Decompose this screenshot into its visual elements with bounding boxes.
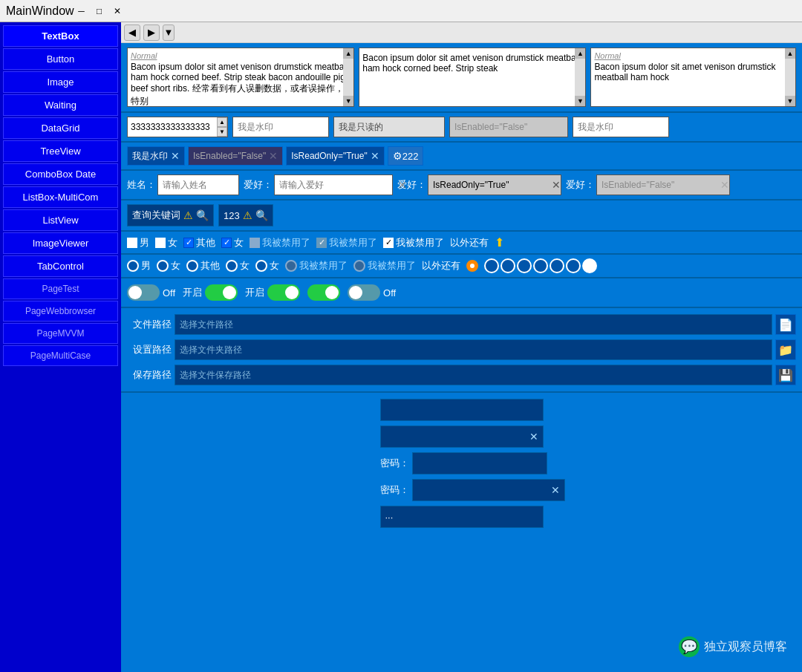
file-btn-2[interactable]: 📁 — [775, 339, 796, 360]
radio-circle-6[interactable] — [566, 258, 581, 273]
scroll-down-arrow-2[interactable]: ▼ — [575, 96, 585, 106]
minimize-button[interactable]: ─ — [74, 4, 89, 19]
pwd-clear-btn-2[interactable]: ✕ — [547, 484, 564, 496]
file-input-3[interactable]: 选择文件保存路径 — [175, 365, 772, 385]
sidebar-item-image[interactable]: Image — [3, 71, 118, 93]
toggle-2-track[interactable] — [205, 284, 238, 301]
sidebar-item-treeview[interactable]: TreeView — [3, 140, 118, 162]
spin-up[interactable]: ▲ — [217, 117, 227, 127]
radio-female3-btn[interactable] — [255, 260, 267, 272]
pwd-plain-field[interactable] — [381, 405, 543, 416]
cb-male[interactable]: 男 — [127, 236, 149, 249]
search-box-2[interactable]: 123 ⚠ 🔍 — [218, 204, 273, 226]
scroll-up-arrow-2[interactable]: ▲ — [575, 48, 585, 59]
radio-filled-btn[interactable] — [466, 260, 478, 272]
cb-female[interactable]: 女 — [155, 236, 177, 249]
sidebar-item-datagrid[interactable]: DataGrid — [3, 117, 118, 139]
textbox-1[interactable]: Normal Bacon ipsum dolor sit amet veniso… — [127, 48, 354, 107]
pwd-plain-input[interactable] — [380, 399, 544, 421]
radio-female[interactable]: 女 — [157, 259, 180, 273]
file-input-1[interactable]: 选择文件路径 — [175, 314, 772, 335]
scroll-down-arrow-3[interactable]: ▼ — [785, 96, 795, 106]
spin-down[interactable]: ▼ — [217, 127, 227, 137]
radio-circle-1[interactable] — [484, 258, 499, 273]
radio-circle-4[interactable] — [533, 258, 548, 273]
radio-circle-2[interactable] — [501, 258, 515, 273]
radio-circle-5[interactable] — [550, 258, 564, 273]
sidebar-item-textbox[interactable]: TextBox — [3, 25, 118, 47]
toggle-4[interactable] — [307, 284, 340, 301]
radio-other-btn[interactable] — [186, 260, 198, 272]
watermark-input-1[interactable] — [232, 117, 329, 137]
radio-circle-3[interactable] — [517, 258, 532, 273]
cb-male-box[interactable] — [127, 238, 137, 248]
close-button[interactable]: ✕ — [110, 4, 125, 19]
scroll-down-arrow[interactable]: ▼ — [343, 96, 353, 106]
textbox-2-scrollbar[interactable]: ▲ ▼ — [575, 48, 585, 106]
toggle-1[interactable]: Off — [127, 284, 175, 301]
radio-male[interactable]: 男 — [127, 259, 151, 273]
pwd-dots-field[interactable] — [381, 512, 543, 523]
textbox-3-scrollbar[interactable]: ▲ ▼ — [785, 48, 795, 106]
tag-close-2[interactable]: ✕ — [269, 150, 278, 162]
pwd-dots-input[interactable] — [380, 506, 544, 528]
cb-other[interactable]: 其他 — [183, 236, 215, 249]
radio-circle-7[interactable] — [582, 258, 597, 273]
cb-other-box[interactable] — [183, 238, 194, 248]
hobby1-input-wrapper[interactable]: ✕ — [274, 174, 393, 195]
radio-female3[interactable]: 女 — [255, 259, 279, 273]
scroll-up-arrow-3[interactable]: ▲ — [785, 48, 795, 59]
sidebar-item-listview[interactable]: ListView — [3, 209, 118, 231]
pwd-input-1[interactable] — [413, 458, 547, 469]
toggle-3-track[interactable] — [267, 284, 300, 301]
nav-back-button[interactable]: ◀ — [124, 25, 140, 41]
radio-male-btn[interactable] — [127, 260, 139, 272]
tag-gear[interactable]: ⚙ 222 — [388, 146, 424, 166]
pwd-clear-btn[interactable]: ✕ — [525, 431, 543, 443]
tag-close-1[interactable]: ✕ — [171, 150, 180, 162]
sidebar-item-listbox[interactable]: ListBox-MultiCom — [3, 186, 118, 208]
nav-forward-button[interactable]: ▶ — [143, 25, 160, 41]
sidebar-item-waiting[interactable]: Waiting — [3, 94, 118, 116]
textbox-3[interactable]: Normal Bacon ipsum dolor sit amet veniso… — [590, 48, 796, 107]
sidebar-item-pagemvvm[interactable]: PageMVVM — [3, 323, 118, 344]
nav-dropdown-button[interactable]: ▼ — [163, 25, 175, 41]
sidebar-item-pagemulticase[interactable]: PageMultiCase — [3, 345, 118, 366]
toggle-3[interactable]: 开启 — [245, 284, 300, 301]
radio-other[interactable]: 其他 — [186, 259, 220, 273]
search-box-1[interactable]: 查询关键词 ⚠ 🔍 — [127, 204, 214, 226]
toggle-1-track[interactable] — [127, 284, 160, 301]
file-input-2[interactable]: 选择文件夹路径 — [175, 339, 772, 360]
pwd-clear-field[interactable] — [381, 431, 525, 443]
file-btn-3[interactable]: 💾 — [775, 365, 796, 385]
search-icon-1[interactable]: 🔍 — [196, 209, 209, 221]
file-btn-1[interactable]: 📄 — [775, 314, 796, 335]
maximize-button[interactable]: □ — [92, 4, 107, 19]
cb-checked[interactable]: 我被禁用了 — [383, 236, 444, 249]
scroll-up-arrow[interactable]: ▲ — [343, 48, 353, 59]
toggle-5-track[interactable] — [348, 284, 380, 301]
pwd-field-1[interactable] — [412, 452, 547, 474]
sidebar-item-combobox-date[interactable]: ComboBox Date — [3, 163, 118, 185]
sidebar-item-button[interactable]: Button — [3, 48, 118, 70]
spin-box[interactable]: ▲ ▼ — [127, 117, 228, 137]
toggle-5[interactable]: Off — [348, 284, 396, 301]
textbox-2[interactable]: Bacon ipsum dolor sit amet venison drums… — [359, 48, 586, 107]
cb-female2-box[interactable] — [221, 238, 232, 248]
radio-female-btn[interactable] — [157, 260, 169, 272]
textbox-1-scrollbar[interactable]: ▲ ▼ — [343, 48, 353, 106]
sidebar-item-pagetest[interactable]: PageTest — [3, 278, 118, 299]
cb-checked-box[interactable] — [383, 238, 394, 248]
pwd-clear-input[interactable]: ✕ — [380, 425, 544, 448]
toggle-2[interactable]: 开启 — [183, 284, 238, 301]
sidebar-item-imageviewer[interactable]: ImageViewer — [3, 232, 118, 254]
name-input[interactable] — [157, 174, 239, 195]
sidebar-item-tabcontrol[interactable]: TabControl — [3, 255, 118, 277]
pwd-field-2[interactable]: ✕ — [412, 479, 565, 501]
toggle-4-track[interactable] — [307, 284, 340, 301]
pwd-input-2[interactable] — [413, 485, 547, 496]
cb-female-box[interactable] — [155, 238, 166, 248]
hobby1-input[interactable] — [275, 178, 395, 192]
watermark-input-2[interactable] — [573, 117, 669, 137]
radio-female2-btn[interactable] — [226, 260, 238, 272]
